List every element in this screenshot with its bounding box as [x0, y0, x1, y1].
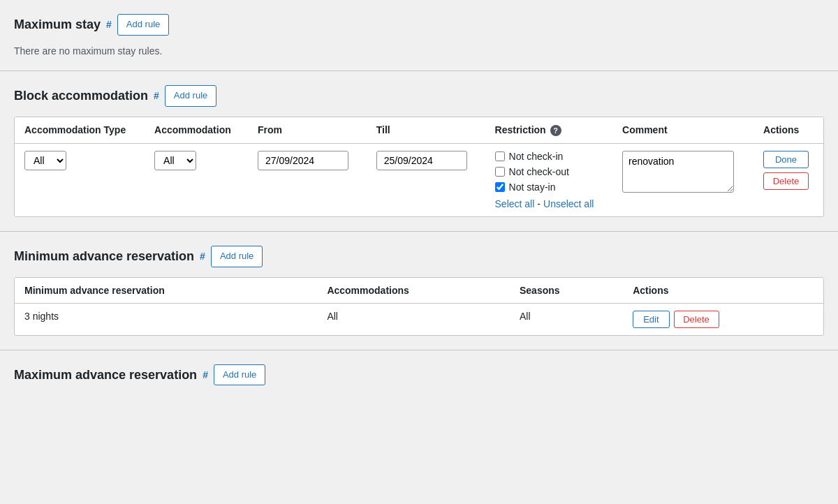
from-cell — [248, 143, 367, 216]
block-accommodation-header: Block accommodation # Add rule — [14, 85, 824, 107]
maximum-stay-title: Maximum stay — [14, 17, 101, 32]
min-delete-button[interactable]: Delete — [674, 311, 719, 328]
th-from: From — [248, 117, 367, 144]
maximum-stay-no-rules: There are no maximum stay rules. — [14, 45, 824, 64]
maximum-advance-title: Maximum advance reservation — [14, 368, 197, 383]
not-check-out-label[interactable]: Not check-out — [495, 166, 603, 177]
restriction-cell: Not check-in Not check-out Not stay-in — [485, 143, 613, 216]
till-input[interactable] — [376, 151, 467, 170]
maximum-advance-add-rule-button[interactable]: Add rule — [214, 364, 265, 386]
min-actions-cell: Edit Delete — [623, 303, 823, 335]
min-accommodations-value: All — [317, 303, 510, 335]
block-accommodation-title: Block accommodation — [14, 89, 148, 103]
not-check-out-checkbox[interactable] — [495, 167, 505, 177]
restriction-help-icon[interactable]: ? — [550, 125, 561, 136]
till-cell — [367, 143, 485, 216]
not-stay-in-checkbox[interactable] — [495, 182, 505, 192]
th-accommodation-type: Accommodation Type — [15, 117, 145, 144]
minimum-advance-hash: # — [200, 251, 205, 262]
maximum-stay-add-rule-button[interactable]: Add rule — [117, 14, 169, 36]
th-accommodations: Accommodations — [317, 278, 510, 304]
minimum-advance-header-row: Minimum advance reservation Accommodatio… — [15, 278, 823, 304]
min-seasons-value: All — [510, 303, 623, 335]
accommodation-type-cell: All — [15, 143, 145, 216]
block-accommodation-hash: # — [154, 90, 159, 101]
not-check-in-label[interactable]: Not check-in — [495, 151, 603, 162]
minimum-advance-row: 3 nights All All Edit Delete — [15, 303, 823, 335]
comment-textarea[interactable]: renovation — [622, 151, 734, 193]
min-edit-button[interactable]: Edit — [633, 311, 669, 328]
block-accommodation-add-rule-button[interactable]: Add rule — [165, 85, 216, 107]
maximum-advance-hash: # — [203, 369, 208, 380]
maximum-advance-header: Maximum advance reservation # Add rule — [14, 364, 824, 386]
done-button[interactable]: Done — [763, 151, 809, 168]
th-till: Till — [367, 117, 485, 144]
minimum-advance-section: Minimum advance reservation # Add rule M… — [0, 232, 838, 350]
accommodation-cell: All — [145, 143, 248, 216]
block-accommodation-row: All All — [15, 143, 823, 216]
maximum-stay-hash: # — [106, 19, 112, 30]
min-action-buttons: Edit Delete — [633, 311, 814, 328]
block-accommodation-section: Block accommodation # Add rule Accommoda… — [0, 71, 838, 231]
accommodation-select[interactable]: All — [154, 151, 196, 170]
accommodation-type-select[interactable]: All — [24, 151, 66, 170]
block-accommodation-header-row: Accommodation Type Accommodation From Ti… — [15, 117, 823, 144]
minimum-advance-header: Minimum advance reservation # Add rule — [14, 246, 824, 267]
minimum-advance-add-rule-button[interactable]: Add rule — [211, 246, 263, 267]
select-all-button[interactable]: Select all — [495, 198, 535, 209]
th-min-actions: Actions — [623, 278, 823, 304]
not-stay-in-label[interactable]: Not stay-in — [495, 181, 603, 193]
th-restriction: Restriction ? — [485, 117, 613, 144]
maximum-stay-section: Maximum stay # Add rule There are no max… — [0, 0, 838, 71]
action-buttons: Done Delete — [763, 151, 814, 190]
min-advance-value: 3 nights — [15, 303, 317, 335]
delete-button[interactable]: Delete — [763, 172, 809, 190]
select-links: Select all - Unselect all — [495, 198, 603, 209]
actions-cell: Done Delete — [754, 143, 823, 216]
th-actions: Actions — [754, 117, 823, 144]
th-comment: Comment — [612, 117, 754, 144]
page-container: Maximum stay # Add rule There are no max… — [0, 0, 838, 402]
not-check-in-checkbox[interactable] — [495, 151, 505, 161]
restriction-checkbox-group: Not check-in Not check-out Not stay-in — [495, 151, 603, 193]
maximum-advance-section: Maximum advance reservation # Add rule — [0, 350, 838, 403]
maximum-stay-header: Maximum stay # Add rule — [14, 14, 824, 36]
from-input[interactable] — [258, 151, 348, 170]
th-seasons: Seasons — [510, 278, 623, 304]
block-accommodation-table-wrapper: Accommodation Type Accommodation From Ti… — [14, 117, 824, 217]
minimum-advance-table-wrapper: Minimum advance reservation Accommodatio… — [14, 277, 824, 336]
minimum-advance-table: Minimum advance reservation Accommodatio… — [15, 278, 823, 335]
comment-cell: renovation — [612, 143, 754, 216]
minimum-advance-title: Minimum advance reservation — [14, 249, 194, 264]
th-accommodation: Accommodation — [145, 117, 248, 144]
th-min-advance: Minimum advance reservation — [15, 278, 317, 304]
block-accommodation-table: Accommodation Type Accommodation From Ti… — [15, 117, 823, 216]
unselect-all-button[interactable]: Unselect all — [543, 198, 594, 209]
